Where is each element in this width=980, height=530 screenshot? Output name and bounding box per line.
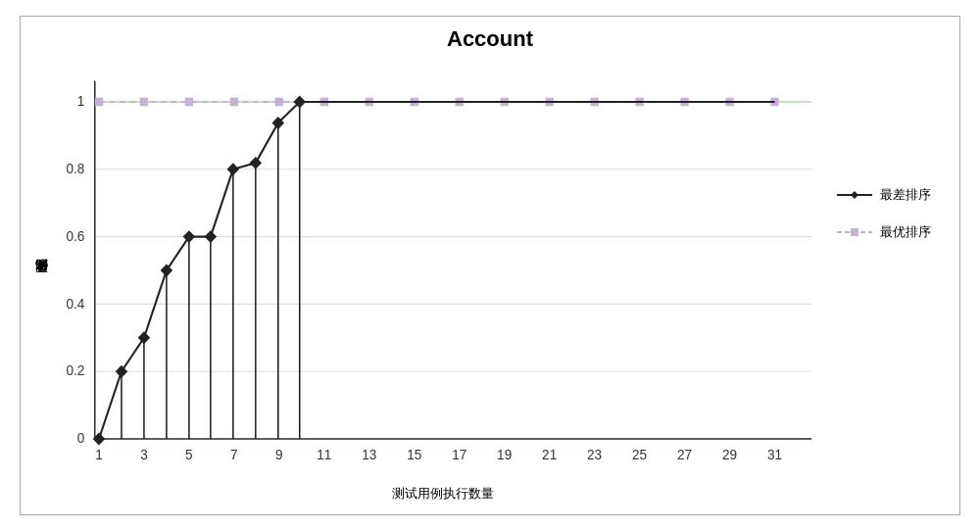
svg-rect-33 [95, 97, 103, 106]
svg-marker-64 [205, 230, 218, 243]
svg-text:7: 7 [230, 448, 238, 462]
legend-worst-label: 最差排序 [880, 186, 931, 204]
svg-text:0.4: 0.4 [66, 296, 84, 311]
y-axis-label: 杀死变异体比例 [30, 60, 52, 505]
legend: 最差排序 最优排序 [837, 186, 950, 241]
svg-marker-62 [161, 264, 173, 276]
svg-text:13: 13 [362, 448, 376, 462]
svg-marker-61 [138, 331, 151, 344]
svg-text:11: 11 [317, 448, 331, 462]
svg-rect-36 [230, 97, 238, 106]
svg-text:31: 31 [767, 448, 782, 462]
svg-text:21: 21 [542, 448, 557, 462]
svg-marker-60 [116, 364, 128, 377]
legend-best: 最优排序 [837, 223, 950, 241]
svg-text:9: 9 [275, 448, 283, 462]
svg-text:29: 29 [722, 448, 737, 462]
svg-text:0.2: 0.2 [66, 363, 84, 378]
svg-marker-65 [227, 163, 240, 175]
svg-text:15: 15 [407, 448, 421, 462]
svg-text:3: 3 [140, 448, 148, 462]
svg-marker-70 [851, 191, 858, 199]
svg-text:0.6: 0.6 [66, 228, 84, 243]
svg-text:25: 25 [632, 448, 647, 462]
svg-text:0.8: 0.8 [66, 161, 84, 175]
chart-title: Account [447, 26, 533, 52]
chart-container: Account 杀死变异体比例 [20, 16, 960, 515]
svg-text:19: 19 [497, 448, 512, 462]
chart-body: 杀死变异体比例 [30, 60, 950, 505]
svg-text:17: 17 [452, 448, 466, 462]
svg-wrapper: 0 0.2 0.4 0.6 0.8 1 1.2 1 3 5 7 9 11 [54, 60, 950, 481]
svg-text:0: 0 [77, 431, 85, 446]
svg-text:23: 23 [587, 448, 602, 462]
svg-marker-63 [183, 230, 196, 243]
chart-area: 0 0.2 0.4 0.6 0.8 1 1.2 1 3 5 7 9 11 [54, 60, 950, 505]
svg-text:1: 1 [77, 94, 85, 109]
svg-marker-66 [250, 156, 263, 169]
svg-rect-37 [275, 97, 283, 106]
legend-worst: 最差排序 [837, 186, 950, 204]
x-axis-label: 测试用例执行数量 [54, 485, 950, 505]
svg-rect-35 [185, 97, 193, 106]
svg-text:27: 27 [677, 448, 692, 462]
legend-best-label: 最优排序 [880, 223, 931, 241]
svg-rect-72 [851, 228, 858, 236]
svg-text:1: 1 [95, 448, 103, 462]
svg-text:5: 5 [185, 448, 193, 462]
svg-rect-34 [140, 97, 148, 106]
